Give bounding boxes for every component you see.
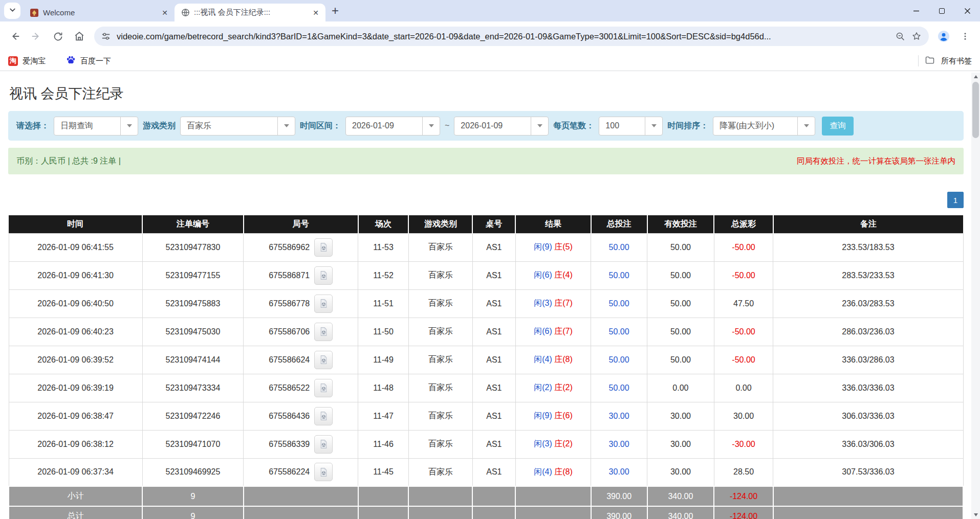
maximize-button[interactable] [929,0,954,21]
address-bar[interactable]: videoie.com/game/betrecord_search/kind3?… [94,27,929,46]
cell-bet-id: 523109475883 [142,289,244,318]
cell-session: 11-47 [358,402,409,430]
scrollbar-thumb[interactable] [972,82,979,138]
table-row: 2026-01-09 06:39:52 523109474144 6755866… [9,346,963,374]
back-button[interactable] [5,27,25,46]
bookmark-star-icon[interactable] [911,31,922,41]
cell-payout: -50.00 [714,318,773,346]
col-total-bet: 总投注 [591,215,647,233]
cell-table-no: AS1 [472,402,515,430]
home-button[interactable] [70,27,89,46]
video-replay-icon[interactable] [314,407,333,425]
reload-button[interactable] [48,27,68,46]
cell-valid-bet: 0.00 [647,374,714,402]
cell-note: 283.53/233.53 [773,261,963,289]
cell-bet-id: 523109475030 [142,318,244,346]
result-player: 闲(9) [534,242,552,251]
folder-icon [925,55,935,67]
date-range-label: 时间区间： [300,121,341,131]
video-replay-icon[interactable] [314,295,333,313]
tab-search-button[interactable] [4,3,20,19]
cell-game: 百家乐 [408,261,472,289]
cell-bet-id: 523109474144 [142,346,244,374]
grand-total-payout: -124.00 [714,506,773,519]
page-button-1[interactable]: 1 [947,192,964,208]
date-start-value: 2026-01-09 [346,117,422,135]
col-time: 时间 [9,215,142,233]
minimize-button[interactable] [903,0,929,21]
round-number: 675586436 [269,412,310,421]
url-text[interactable]: videoie.com/game/betrecord_search/kind3?… [117,32,889,41]
new-tab-button[interactable]: + [328,3,343,18]
bookmark-aitaobao[interactable]: 淘 爱淘宝 [8,56,46,66]
cell-bet-id: 523109469925 [142,458,244,486]
video-replay-icon[interactable] [314,379,333,397]
video-replay-icon[interactable] [314,238,333,257]
cell-result: 闲(4) 庄(8) [515,458,591,486]
table-header-row: 时间 注单编号 局号 场次 游戏类别 桌号 结果 总投注 有效投注 总派彩 备注 [9,215,963,233]
forward-button[interactable] [27,27,46,46]
cell-time: 2026-01-09 06:39:52 [9,346,142,374]
chevron-down-icon [9,6,16,15]
cell-note: 336.03/336.03 [773,374,963,402]
cell-round: 675586436 [244,402,358,430]
video-replay-icon[interactable] [314,351,333,369]
bookmarks-bar: 淘 爱淘宝 百度一下 所有书签 [0,51,980,71]
cell-payout: 0.00 [714,374,773,402]
cell-session: 11-50 [358,318,409,346]
table-row: 2026-01-09 06:40:23 523109475030 6755867… [9,318,963,346]
scroll-down-arrow-icon[interactable] [974,513,978,516]
result-banker: 庄(7) [554,327,573,335]
cell-payout: -50.00 [714,261,773,289]
video-replay-icon[interactable] [314,323,333,341]
result-banker: 庄(8) [554,355,573,364]
tab-title: Welcome [43,8,156,17]
cell-time: 2026-01-09 06:41:30 [9,261,142,289]
vertical-scrollbar[interactable] [971,73,980,519]
tab-bet-record[interactable]: :::视讯 会员下注纪录::: ✕ [175,4,325,21]
site-info-icon[interactable] [101,32,111,41]
query-type-select[interactable]: 日期查询 [54,117,138,136]
zoom-out-icon[interactable] [896,32,905,41]
cell-session: 11-48 [358,374,409,402]
result-player: 闲(2) [534,383,552,392]
grand-total-row: 总计 9 390.00 340.00 -124.00 [9,506,963,519]
game-kind-select[interactable]: 百家乐 [180,117,295,136]
tab-strip: Welcome ✕ :::视讯 会员下注纪录::: ✕ + [0,0,980,21]
cell-session: 11-46 [358,430,409,458]
welcome-favicon-icon [30,8,39,17]
round-number: 675586962 [269,243,310,252]
cell-round: 675586624 [244,346,358,374]
close-tab-icon[interactable]: ✕ [311,8,320,17]
col-bet-id: 注单编号 [142,215,244,233]
search-button[interactable]: 查询 [822,117,854,136]
game-kind-value: 百家乐 [181,117,277,135]
browser-toolbar: videoie.com/game/betrecord_search/kind3?… [0,21,980,51]
date-end-select[interactable]: 2026-01-09 [454,117,549,136]
cell-valid-bet: 50.00 [647,261,714,289]
col-result: 结果 [515,215,591,233]
result-player: 闲(6) [534,327,552,335]
cell-payout: -50.00 [714,346,773,374]
video-replay-icon[interactable] [314,463,333,481]
video-replay-icon[interactable] [314,435,333,454]
profile-avatar[interactable] [934,27,953,46]
baidu-paw-icon [66,55,76,66]
scroll-up-arrow-icon[interactable] [971,73,980,81]
table-row: 2026-01-09 06:40:50 523109475883 6755867… [9,289,963,318]
cell-valid-bet: 30.00 [647,402,714,430]
result-player: 闲(4) [534,467,552,476]
cell-result: 闲(9) 庄(5) [515,233,591,261]
date-start-select[interactable]: 2026-01-09 [345,117,440,136]
cell-table-no: AS1 [472,374,515,402]
close-window-button[interactable] [954,0,980,21]
tab-welcome[interactable]: Welcome ✕ [24,4,175,21]
sort-select[interactable]: 降冪(由大到小) [713,117,815,136]
all-bookmarks[interactable]: 所有书签 [918,55,972,67]
cell-note: 306.03/336.03 [773,402,963,430]
video-replay-icon[interactable] [314,266,333,285]
menu-kebab-icon[interactable] [955,27,975,46]
close-tab-icon[interactable]: ✕ [160,8,169,17]
per-page-select[interactable]: 100 [599,117,663,136]
bookmark-baidu[interactable]: 百度一下 [66,55,111,66]
